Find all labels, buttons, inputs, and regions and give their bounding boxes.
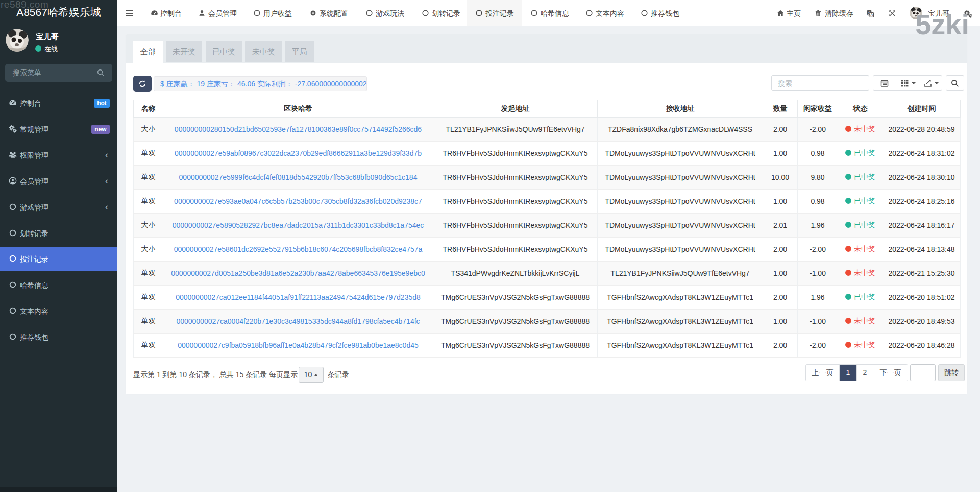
svg-text:A: A (870, 13, 873, 16)
